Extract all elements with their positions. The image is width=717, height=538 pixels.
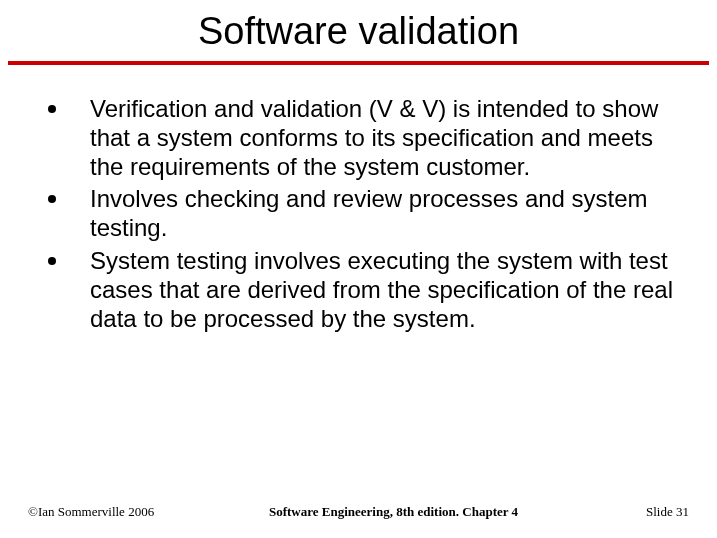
bullet-list: Verification and validation (V & V) is i… — [30, 95, 687, 333]
slide-title: Software validation — [0, 0, 717, 61]
slide: Software validation Verification and val… — [0, 0, 717, 538]
list-item: Verification and validation (V & V) is i… — [30, 95, 687, 181]
footer-copyright: ©Ian Sommerville 2006 — [28, 504, 198, 520]
slide-footer: ©Ian Sommerville 2006 Software Engineeri… — [0, 504, 717, 520]
footer-title: Software Engineering, 8th edition. Chapt… — [198, 504, 589, 520]
footer-slide-number: Slide 31 — [589, 504, 689, 520]
slide-body: Verification and validation (V & V) is i… — [0, 65, 717, 333]
list-item: Involves checking and review processes a… — [30, 185, 687, 243]
list-item: System testing involves executing the sy… — [30, 247, 687, 333]
